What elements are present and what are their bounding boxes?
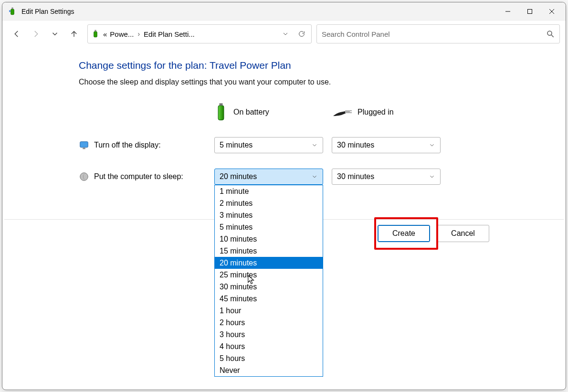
dropdown-option[interactable]: 2 hours xyxy=(215,317,323,328)
display-battery-select[interactable]: 5 minutes xyxy=(214,137,323,153)
dropdown-option[interactable]: 10 minutes xyxy=(215,233,323,245)
app-icon xyxy=(7,6,18,17)
column-label: Plugged in xyxy=(358,108,394,117)
dropdown-option[interactable]: 3 minutes xyxy=(215,209,323,221)
sleep-plugged-select[interactable]: 30 minutes xyxy=(332,169,441,185)
dropdown-option[interactable]: 30 minutes xyxy=(215,281,323,293)
svg-line-9 xyxy=(551,35,554,37)
recent-locations-button[interactable] xyxy=(49,28,61,40)
close-button[interactable] xyxy=(541,4,563,19)
maximize-button[interactable] xyxy=(519,4,541,19)
svg-rect-10 xyxy=(218,106,224,120)
address-icon xyxy=(91,29,100,39)
battery-icon xyxy=(214,102,228,122)
content: Change settings for the plan: Travel Pow… xyxy=(2,47,566,186)
search-box[interactable] xyxy=(316,24,560,43)
dropdown-option[interactable]: Never xyxy=(215,364,323,376)
sleep-battery-select[interactable]: 20 minutes 1 minute2 minutes3 minutes5 m… xyxy=(214,169,323,185)
dropdown-option[interactable]: 1 hour xyxy=(215,305,323,317)
column-header-battery: On battery xyxy=(214,99,323,126)
svg-rect-11 xyxy=(220,103,223,106)
monitor-icon xyxy=(79,140,89,150)
dropdown-option[interactable]: 4 hours xyxy=(215,340,323,352)
search-input[interactable] xyxy=(322,30,546,38)
chevron-down-icon xyxy=(311,173,318,180)
svg-rect-6 xyxy=(94,32,97,37)
breadcrumb: « Powe... › Edit Plan Setti... xyxy=(103,30,276,38)
chevron-down-icon xyxy=(429,173,435,180)
window: Edit Plan Settings xyxy=(2,2,566,390)
dropdown-option[interactable]: 45 minutes xyxy=(215,293,323,305)
column-header-plugged: Plugged in xyxy=(332,99,441,126)
forward-button[interactable] xyxy=(30,28,42,40)
breadcrumb-prefix: « xyxy=(103,30,107,38)
chevron-down-icon xyxy=(311,142,318,148)
chevron-down-icon xyxy=(429,142,435,148)
svg-rect-0 xyxy=(11,9,14,15)
dropdown-option[interactable]: 3 hours xyxy=(215,328,323,340)
chevron-right-icon[interactable]: › xyxy=(137,30,141,38)
svg-point-17 xyxy=(80,173,88,181)
address-bar[interactable]: « Powe... › Edit Plan Setti... xyxy=(87,24,312,43)
dropdown-option[interactable]: 20 minutes xyxy=(215,257,323,269)
select-value: 30 minutes xyxy=(337,172,374,181)
create-button[interactable]: Create xyxy=(378,225,430,242)
moon-icon xyxy=(79,171,89,182)
dropdown-option[interactable]: 1 minute xyxy=(215,185,323,197)
row-sleep-label: Put the computer to sleep: xyxy=(79,168,206,186)
svg-point-8 xyxy=(547,31,552,35)
svg-rect-3 xyxy=(528,9,532,13)
row-display-label: Turn off the display: xyxy=(79,136,206,154)
page-title: Change settings for the plan: Travel Pow… xyxy=(79,60,560,71)
sleep-battery-dropdown: 1 minute2 minutes3 minutes5 minutes10 mi… xyxy=(214,185,323,377)
svg-rect-15 xyxy=(80,142,88,148)
dropdown-option[interactable]: 15 minutes xyxy=(215,245,323,257)
column-label: On battery xyxy=(233,108,269,117)
search-icon xyxy=(546,30,555,38)
refresh-button[interactable] xyxy=(295,27,308,41)
select-value: 5 minutes xyxy=(220,141,252,149)
address-dropdown-button[interactable] xyxy=(279,27,292,41)
dropdown-option[interactable]: 5 minutes xyxy=(215,221,323,233)
breadcrumb-item[interactable]: Powe... xyxy=(110,30,134,38)
cancel-button[interactable]: Cancel xyxy=(437,225,489,242)
titlebar: Edit Plan Settings xyxy=(2,2,566,21)
dropdown-option[interactable]: 25 minutes xyxy=(215,269,323,281)
plug-icon xyxy=(332,106,352,119)
svg-rect-16 xyxy=(83,148,85,149)
footer-buttons: Create Cancel xyxy=(378,225,489,242)
back-button[interactable] xyxy=(11,28,22,40)
page-subtitle: Choose the sleep and display settings th… xyxy=(79,78,560,86)
breadcrumb-item[interactable]: Edit Plan Setti... xyxy=(144,30,195,38)
minimize-button[interactable] xyxy=(497,4,519,19)
svg-rect-1 xyxy=(11,7,13,9)
svg-rect-7 xyxy=(95,30,96,32)
select-value: 20 minutes xyxy=(220,172,257,181)
dropdown-option[interactable]: 5 hours xyxy=(215,352,323,364)
select-value: 30 minutes xyxy=(337,141,374,149)
dropdown-option[interactable]: 2 minutes xyxy=(215,197,323,209)
toolbar: « Powe... › Edit Plan Setti... xyxy=(2,21,566,47)
display-plugged-select[interactable]: 30 minutes xyxy=(332,137,441,153)
up-button[interactable] xyxy=(68,28,80,40)
svg-rect-12 xyxy=(345,110,350,113)
window-title: Edit Plan Settings xyxy=(21,8,74,15)
